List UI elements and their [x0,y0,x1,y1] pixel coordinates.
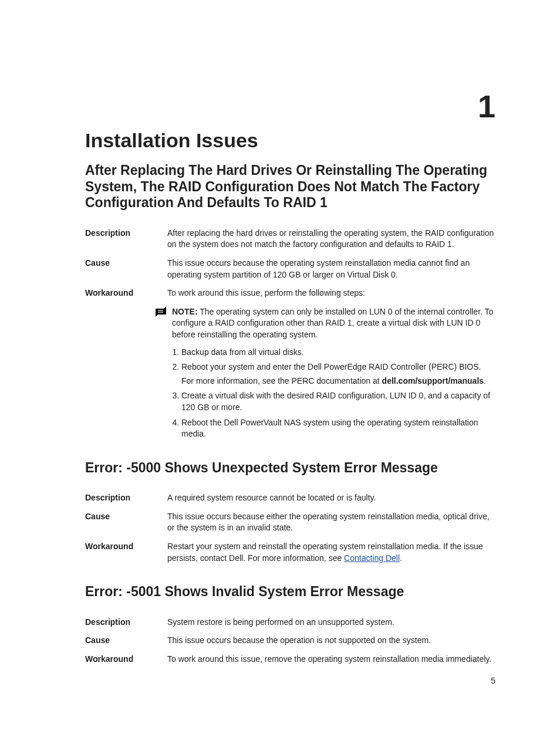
chapter-title: Installation Issues [85,129,495,152]
workaround-text: To work around this issue, remove the op… [167,654,495,665]
cause-text: This issue occurs because the operating … [167,258,495,280]
cause-text: This issue occurs because the operation … [167,635,495,647]
cause-label: Cause [85,635,167,647]
section-2-title: Error: -5000 Shows Unexpected System Err… [85,460,495,476]
description-label: Description [85,617,167,628]
description-label: Description [85,228,167,251]
step-2-text: Reboot your system and enter the Dell Po… [181,362,481,371]
workaround-label: Workaround [85,288,167,299]
chapter-number: 1 [478,88,495,124]
step-2-sub-prefix: For more information, see the PERC docum… [181,376,382,385]
step-3: Create a virtual disk with the desired R… [181,390,495,413]
contacting-dell-link[interactable]: Contacting Dell [344,553,400,563]
workaround-label: Workaround [85,654,167,665]
step-2: Reboot your system and enter the Dell Po… [181,361,495,387]
workaround-intro: To work around this issue, perform the f… [167,288,495,299]
step-2-sub-suffix: . [484,376,486,385]
workaround-prefix: Restart your system and reinstall the op… [167,542,483,563]
section-3-title: Error: -5001 Shows Invalid System Error … [85,584,495,600]
description-text: A required system resource cannot be loc… [167,492,495,504]
section-1-body: Description After replacing the hard dri… [85,228,495,440]
cause-label: Cause [85,511,167,534]
cause-text: This issue occurs because either the ope… [167,511,495,534]
workaround-steps: Backup data from all virtual disks. Rebo… [167,347,495,440]
step-4: Reboot the Dell PowerVault NAS system us… [181,417,495,440]
note-icon [156,306,167,341]
workaround-text: Restart your system and reinstall the op… [167,541,495,564]
cause-label: Cause [85,258,167,280]
page-number: 5 [491,676,495,685]
note-block: NOTE: The operating system can only be i… [156,306,495,341]
svg-marker-0 [156,306,166,317]
section-1-title: After Replacing The Hard Drives Or Reins… [85,163,495,211]
note-label: NOTE: [172,307,198,316]
description-text: System restore is being performed on an … [167,617,495,628]
step-1: Backup data from all virtual disks. [181,347,495,359]
note-text: NOTE: The operating system can only be i… [172,306,495,341]
workaround-suffix: . [400,553,402,563]
section-3-body: Description System restore is being perf… [85,617,495,665]
document-page: 1 Installation Issues After Replacing Th… [0,0,560,744]
step-2-sub-link: dell.com/support/manuals [382,376,484,385]
description-text: After replacing the hard drives or reins… [167,228,495,251]
note-body: The operating system can only be install… [172,307,493,339]
workaround-label: Workaround [85,541,167,564]
description-label: Description [85,492,167,504]
step-2-sub: For more information, see the PERC docum… [181,376,495,387]
section-2-body: Description A required system resource c… [85,492,495,564]
